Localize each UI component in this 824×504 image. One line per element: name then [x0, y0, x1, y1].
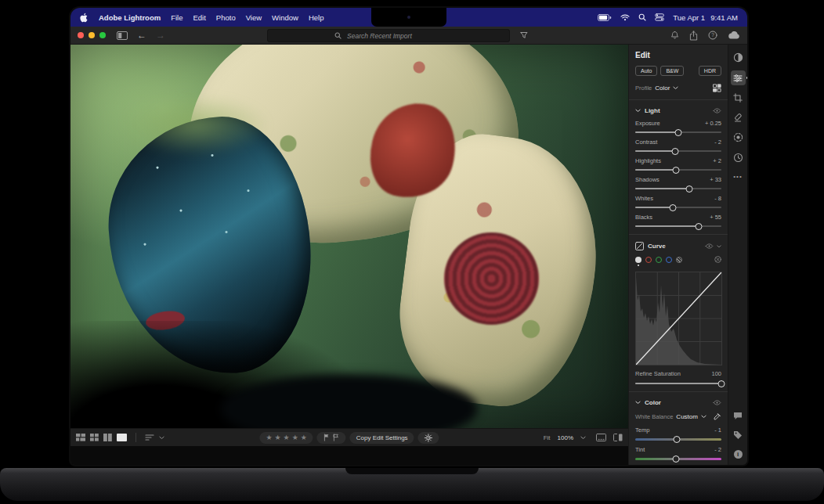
highlights-slider[interactable]: [635, 169, 721, 171]
versions-icon[interactable]: [733, 153, 743, 163]
menu-edit[interactable]: Edit: [193, 13, 205, 22]
slider-knob[interactable]: [686, 185, 693, 193]
targeted-adjustment-icon[interactable]: [676, 257, 682, 263]
star-icon[interactable]: ★: [301, 434, 307, 441]
zoom-level[interactable]: 100%: [558, 434, 573, 441]
slider-knob[interactable]: [696, 223, 703, 230]
search-bar[interactable]: [267, 29, 510, 42]
star-icon[interactable]: ★: [292, 434, 298, 441]
sidebar-toggle-icon[interactable]: [117, 31, 128, 40]
profile-chevron-icon[interactable]: [673, 86, 678, 90]
curve-section-header[interactable]: Curve: [635, 242, 721, 250]
blue-channel-icon[interactable]: [666, 257, 672, 263]
slider-knob[interactable]: [673, 436, 680, 443]
menubar-app-name[interactable]: Adobe Lightroom: [99, 13, 161, 22]
slider-knob[interactable]: [718, 380, 725, 387]
auto-button[interactable]: Auto: [635, 66, 657, 76]
browse-profiles-icon[interactable]: [713, 84, 721, 92]
temp-slider[interactable]: [635, 438, 721, 441]
sort-chevron-icon[interactable]: [159, 436, 164, 440]
slider-knob[interactable]: [670, 204, 677, 211]
star-rating[interactable]: ★ ★ ★ ★ ★: [259, 432, 313, 444]
white-balance-chevron-icon[interactable]: [701, 415, 707, 419]
healing-icon[interactable]: [733, 113, 743, 122]
red-channel-icon[interactable]: [645, 257, 652, 263]
exposure-slider[interactable]: [635, 131, 721, 133]
sort-icon[interactable]: [145, 434, 154, 441]
square-grid-view-icon[interactable]: [90, 434, 99, 441]
minimize-window-button[interactable]: [89, 32, 95, 38]
menubar-time[interactable]: 9:41 AM: [710, 13, 738, 22]
spotlight-search-icon[interactable]: [638, 13, 646, 21]
green-channel-icon[interactable]: [656, 257, 662, 263]
color-visibility-eye-icon[interactable]: [713, 400, 721, 405]
slider-knob[interactable]: [675, 129, 682, 136]
wifi-icon[interactable]: [620, 14, 630, 21]
search-input[interactable]: [345, 31, 443, 41]
menu-photo[interactable]: Photo: [216, 13, 236, 22]
share-icon[interactable]: [689, 31, 698, 41]
curve-reset-icon[interactable]: [714, 256, 721, 263]
before-after-icon[interactable]: [613, 434, 623, 441]
slider-knob[interactable]: [672, 455, 679, 463]
blacks-slider[interactable]: [635, 225, 721, 227]
cloud-sync-icon[interactable]: [728, 31, 740, 39]
star-icon[interactable]: ★: [274, 434, 280, 441]
menubar-date[interactable]: Tue Apr 1: [673, 13, 705, 22]
zoom-fit-label[interactable]: Fit: [544, 434, 551, 441]
filter-icon[interactable]: [520, 31, 528, 39]
color-section-header[interactable]: Color: [635, 399, 721, 406]
photo-grid-view-icon[interactable]: [76, 434, 85, 441]
curve-collapse-chevron-icon[interactable]: [717, 245, 721, 248]
comments-icon[interactable]: [733, 412, 743, 420]
laptop-base: [0, 468, 824, 501]
help-icon[interactable]: ?: [708, 31, 717, 40]
white-balance-value[interactable]: Custom: [676, 413, 698, 420]
back-button[interactable]: ←: [137, 31, 146, 40]
menu-file[interactable]: File: [171, 13, 183, 22]
filmstrip-toggle-icon[interactable]: [596, 434, 606, 441]
settings-gear-button[interactable]: [418, 432, 439, 444]
tint-slider[interactable]: [635, 458, 721, 460]
contrast-slider[interactable]: [635, 150, 721, 152]
menu-help[interactable]: Help: [309, 13, 324, 22]
notifications-bell-icon[interactable]: [670, 31, 679, 40]
refine-saturation-slider[interactable]: [635, 383, 721, 384]
tone-curve-graph[interactable]: [635, 272, 722, 365]
battery-icon[interactable]: [598, 14, 612, 21]
channel-luma[interactable]: [635, 257, 641, 266]
zoom-chevron-icon[interactable]: [580, 436, 586, 440]
control-center-icon[interactable]: [655, 13, 664, 21]
reject-flag-icon[interactable]: [333, 434, 340, 441]
bw-button[interactable]: B&W: [660, 66, 684, 76]
zoom-window-button[interactable]: [99, 32, 106, 38]
pick-flag-icon[interactable]: [323, 434, 331, 441]
shadows-slider[interactable]: [635, 188, 721, 189]
close-window-button[interactable]: [78, 32, 84, 38]
menu-view[interactable]: View: [246, 13, 262, 22]
profile-value[interactable]: Color: [655, 85, 670, 92]
crop-icon[interactable]: [733, 93, 743, 103]
photo-canvas[interactable]: [70, 45, 628, 428]
keywords-tag-icon[interactable]: [733, 430, 743, 440]
edit-tool-button[interactable]: [731, 70, 746, 85]
compare-view-icon[interactable]: [103, 434, 112, 441]
slider-knob[interactable]: [672, 167, 679, 174]
eyedropper-icon[interactable]: [713, 412, 721, 421]
info-icon[interactable]: i: [734, 450, 743, 459]
copy-edit-settings-button[interactable]: Copy Edit Settings: [350, 432, 414, 444]
star-icon[interactable]: ★: [284, 434, 290, 441]
masking-icon[interactable]: [733, 132, 743, 142]
presets-icon[interactable]: [733, 52, 743, 63]
whites-slider[interactable]: [635, 207, 721, 208]
curve-visibility-eye-icon[interactable]: [705, 243, 714, 249]
more-tools-icon[interactable]: •••: [733, 173, 742, 180]
apple-menu-icon[interactable]: [80, 13, 89, 23]
detail-view-icon[interactable]: [117, 434, 127, 441]
menu-window[interactable]: Window: [272, 13, 298, 22]
light-section-header[interactable]: Light: [635, 107, 721, 114]
hdr-button[interactable]: HDR: [699, 66, 721, 76]
slider-knob[interactable]: [671, 148, 678, 155]
star-icon[interactable]: ★: [266, 434, 272, 441]
light-visibility-eye-icon[interactable]: [713, 108, 721, 113]
